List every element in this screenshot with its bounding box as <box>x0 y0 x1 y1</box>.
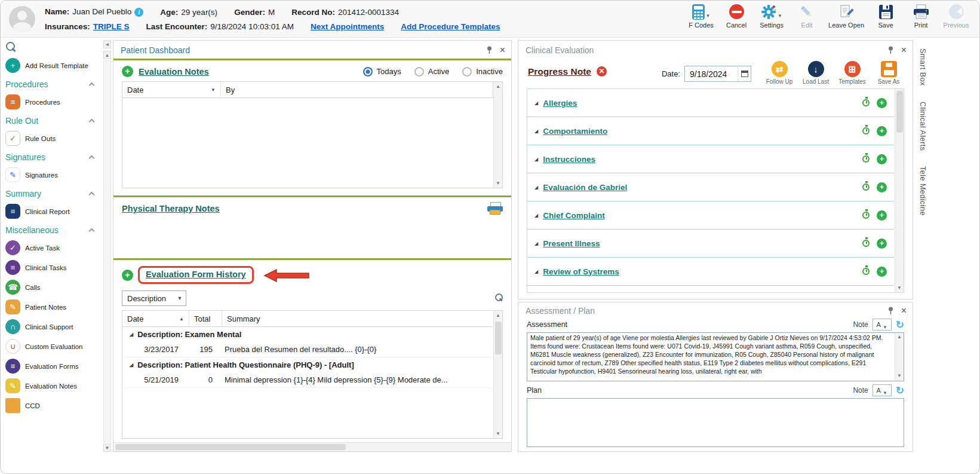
templates-button[interactable]: ⊞Templates <box>837 61 868 85</box>
scrollbar-track[interactable] <box>103 60 111 442</box>
column-by[interactable]: By <box>221 82 493 97</box>
sidebar-item-active-task[interactable]: ✓ Active Task <box>4 238 101 258</box>
sidebar-search-button[interactable] <box>5 41 103 54</box>
collapse-sidebar-button[interactable]: ◄ <box>103 40 111 48</box>
sidebar-item-clinical-tasks[interactable]: ≡ Clinical Tasks <box>4 258 101 277</box>
sidebar-section-procedures[interactable]: Procedures <box>4 75 101 92</box>
pin-icon[interactable] <box>887 307 894 315</box>
add-section-entry-button[interactable]: + <box>877 238 887 249</box>
info-icon[interactable]: i <box>134 8 143 17</box>
sidebar-item-procedures[interactable]: ≡ Procedures <box>4 92 101 112</box>
calendar-picker-button[interactable] <box>738 66 751 81</box>
vertical-scrollbar[interactable]: ▲▼ <box>895 333 904 381</box>
sidebar-item-clinical-support[interactable]: ∩ Clinical Support <box>4 317 101 337</box>
timer-icon[interactable] <box>862 184 870 191</box>
follow-up-button[interactable]: ⇄Follow Up <box>764 61 795 85</box>
sidebar-item-rule-outs[interactable]: ✓ Rule Outs <box>4 129 101 148</box>
load-last-button[interactable]: ↓Load Last <box>800 61 831 85</box>
evaluation-form-history-link[interactable]: Evaluation Form History <box>146 270 246 279</box>
scrollbar-thumb[interactable] <box>115 444 346 450</box>
print-button[interactable]: Print <box>907 4 935 29</box>
physical-therapy-notes-link[interactable]: Physical Therapy Notes <box>122 204 220 213</box>
sidebar-item-ccd[interactable]: CCD <box>4 396 101 415</box>
refresh-icon[interactable]: ↻ <box>896 320 904 330</box>
sidebar-item-evaluation-forms[interactable]: ≡ Evaluation Forms <box>4 356 101 376</box>
scrollbar-thumb[interactable] <box>495 322 502 354</box>
f-codes-button[interactable]: ▼ F Codes <box>687 4 715 29</box>
next-appointments-link[interactable]: Next Appointments <box>311 22 384 31</box>
close-icon[interactable]: × <box>901 307 907 314</box>
collapse-triangle-icon[interactable]: ◢ <box>534 129 538 134</box>
save-as-button[interactable]: Save As <box>873 61 904 85</box>
close-icon[interactable]: × <box>901 47 907 54</box>
chevron-down-icon[interactable]: ▼ <box>778 13 782 19</box>
timer-icon[interactable] <box>862 268 870 275</box>
timer-icon[interactable] <box>862 240 870 247</box>
chevron-down-icon[interactable]: ▼ <box>706 13 711 19</box>
settings-button[interactable]: ▼ Settings <box>758 4 785 29</box>
scroll-down-icon[interactable]: ▼ <box>897 373 902 380</box>
tab-tele-medicine[interactable]: Tele Medicine <box>918 166 927 216</box>
print-notes-icon[interactable] <box>487 202 503 215</box>
cancel-button[interactable]: Cancel <box>723 4 750 29</box>
timer-icon[interactable] <box>862 212 870 219</box>
pin-icon[interactable] <box>887 46 894 54</box>
section-title-link[interactable]: Allergies <box>543 99 577 108</box>
filter-active-radio[interactable]: Active <box>414 67 449 77</box>
sidebar-section-summary[interactable]: Summary <box>4 185 101 201</box>
section-title-link[interactable]: Comportamiento <box>543 127 607 136</box>
column-date[interactable]: Date▲ <box>122 311 189 326</box>
save-button[interactable]: Save <box>872 4 899 29</box>
tab-smart-box[interactable]: Smart Box <box>918 48 927 86</box>
add-evaluation-form-button[interactable]: + <box>122 270 133 281</box>
tab-clinical-alerts[interactable]: Clinical Alerts <box>918 102 927 151</box>
collapse-triangle-icon[interactable]: ◢ <box>534 157 538 162</box>
column-summary[interactable]: Summary <box>222 311 493 326</box>
add-procedure-templates-link[interactable]: Add Procedure Templates <box>401 22 500 31</box>
add-section-entry-button[interactable]: + <box>877 210 887 221</box>
pin-icon[interactable] <box>486 46 493 54</box>
search-forms-button[interactable] <box>494 293 503 304</box>
description-filter-dropdown[interactable]: Description ▼ <box>122 290 186 306</box>
section-title-link[interactable]: Review of Systrems <box>543 267 619 276</box>
section-title-link[interactable]: Instrucciones <box>543 155 595 164</box>
note-style-dropdown[interactable]: A▼ <box>873 384 892 396</box>
sidebar-item-clinical-report[interactable]: ≡ Clinical Report <box>4 201 101 221</box>
sidebar-section-signatures[interactable]: Signatures <box>4 148 101 165</box>
section-title-link[interactable]: Present Illness <box>543 239 600 248</box>
close-icon[interactable]: × <box>500 47 505 54</box>
filter-inactive-radio[interactable]: Inactive <box>462 67 503 77</box>
sidebar-item-add-result-template[interactable]: + Add Result Template <box>4 56 101 75</box>
scroll-down-icon[interactable]: ▼ <box>103 444 111 452</box>
section-title-link[interactable]: Chief Complaint <box>543 211 605 220</box>
sidebar-item-signatures[interactable]: ✎ Signatures <box>4 165 101 185</box>
add-section-entry-button[interactable]: + <box>877 98 887 108</box>
sidebar-section-rule-out[interactable]: Rule Out <box>4 112 101 129</box>
leave-open-button[interactable]: Leave Open <box>828 4 864 29</box>
assessment-textbox[interactable]: Male patient of 29 year(s) of age Viene … <box>527 332 904 381</box>
filter-dropdown-icon[interactable]: ▼ <box>211 87 216 93</box>
sidebar-item-calls[interactable]: ☎ Calls <box>4 277 101 297</box>
scroll-down-icon[interactable]: ▼ <box>897 285 902 290</box>
collapse-triangle-icon[interactable]: ◢ <box>534 213 538 218</box>
timer-icon[interactable] <box>862 155 870 163</box>
timer-icon[interactable] <box>862 99 870 106</box>
sidebar-section-miscellaneous[interactable]: Miscellaneous <box>4 221 101 238</box>
add-section-entry-button[interactable]: + <box>877 154 887 164</box>
scroll-up-icon[interactable]: ▲ <box>496 313 500 318</box>
scroll-down-icon[interactable]: ▼ <box>496 431 500 436</box>
sidebar-item-evaluation-notes[interactable]: ✎ Evaluation Notes <box>4 376 101 396</box>
evaluation-notes-link[interactable]: Evaluation Notes <box>139 67 209 77</box>
scroll-up-icon[interactable]: ▲ <box>897 334 902 341</box>
plan-textbox[interactable] <box>527 398 904 447</box>
section-title-link[interactable]: Evaluación de Gabriel <box>543 183 627 192</box>
group-row[interactable]: ◢ Description: Examen Mental <box>122 327 493 341</box>
group-row[interactable]: ◢ Description: Patient Health Questionna… <box>122 357 493 372</box>
scrollbar-thumb[interactable] <box>896 91 903 133</box>
collapse-triangle-icon[interactable]: ◢ <box>534 100 538 106</box>
vertical-scrollbar[interactable]: ▲▼ <box>493 82 502 188</box>
sidebar-item-custom-evaluation[interactable]: ∪ Custom Evaluation <box>4 337 101 356</box>
column-date[interactable]: Date▼ <box>122 82 221 97</box>
sidebar-item-patient-notes[interactable]: ✎ Patient Notes <box>4 297 101 317</box>
horizontal-scrollbar[interactable] <box>113 442 511 451</box>
